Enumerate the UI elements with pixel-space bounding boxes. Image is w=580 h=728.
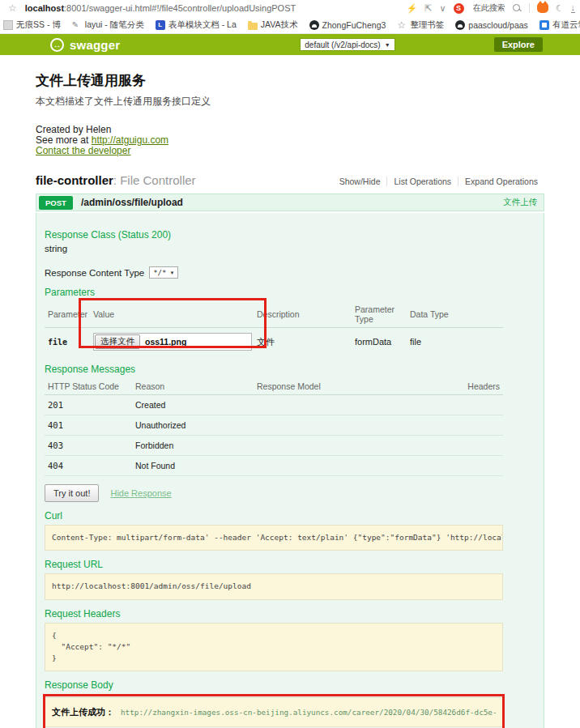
response-class-type: string [45, 244, 503, 253]
request-headers-heading: Request Headers [45, 608, 503, 619]
resource-name[interactable]: file-controller [36, 173, 113, 187]
response-body-code: 文件上传成功： http://zhangxin-images.oss-cn-be… [45, 697, 503, 727]
bookmarks-bar: 无痕SS - 博 ✎layui - 随笔分类 L表单模块文档 - La JAVA… [0, 16, 580, 34]
share-icon[interactable]: ⇱ [424, 3, 432, 14]
response-class-heading: Response Class (Status 200) [45, 229, 503, 241]
parameters-heading: Parameters [45, 287, 503, 298]
resource-description: File Controller [120, 173, 195, 187]
response-message-row: 401 Unauthorized [45, 415, 503, 436]
operation-path[interactable]: /admin/oss/file/upload [81, 197, 183, 208]
operation-heading[interactable]: POST /admin/oss/file/upload 文件上传 [36, 194, 544, 211]
request-url-code: http://localhost:8001/admin/oss/file/upl… [45, 573, 503, 599]
browser-url-bar: ☆ localhost:8001/swagger-ui.html#!/file4… [0, 0, 580, 16]
col-http-status: HTTP Status Code [45, 378, 132, 395]
param-type: formData [352, 328, 407, 356]
response-messages-table: HTTP Status Code Reason Response Model H… [45, 378, 503, 476]
swagger-brand: swagger [70, 38, 120, 52]
created-by: Created by Helen [36, 125, 544, 134]
youdao-note-icon [539, 20, 549, 30]
night-mode-icon[interactable]: ☾ [556, 3, 564, 14]
see-more-link[interactable]: http://atguigu.com [92, 134, 168, 146]
url-path: :8001/swagger-ui.html#!/file45controller… [64, 3, 296, 13]
folder-icon [248, 23, 258, 30]
col-value: Value [90, 301, 254, 328]
page-description: 本文档描述了文件上传通用服务接口定义 [36, 95, 544, 109]
file-input[interactable]: 选择文件 oss11.png [93, 333, 252, 351]
bookmark-item[interactable]: 有道云笔记 [539, 19, 580, 31]
response-messages-heading: Response Messages [45, 364, 503, 375]
select-caret-icon: ▼ [169, 270, 174, 275]
parameters-table: Parameter Value Description Parameter Ty… [45, 301, 503, 355]
bookmark-item[interactable]: JAVA技术 [248, 19, 298, 31]
github-icon [309, 20, 319, 30]
star-icon: ☆ [397, 20, 407, 30]
page-title: 文件上传通用服务 [36, 71, 544, 90]
hide-response-link[interactable]: Hide Response [110, 488, 171, 498]
swagger-logo-icon: ↔ [50, 38, 64, 52]
request-url-heading: Request URL [45, 559, 503, 570]
bookmark-item[interactable]: ☆整理书签 [397, 19, 444, 31]
col-response-model: Response Model [254, 378, 456, 395]
operation-content: Response Class (Status 200) string Respo… [36, 213, 544, 728]
response-message-row: 403 Forbidden [45, 436, 503, 456]
response-message-row: 404 Not Found [45, 456, 503, 476]
param-data-type: file [407, 328, 503, 356]
col-parameter-type: Parameter Type [352, 301, 407, 328]
response-content-type-select[interactable]: */*▼ [149, 266, 178, 279]
request-headers-code: { "Accept": "*/*" } [45, 623, 503, 672]
bookmark-item[interactable]: 无痕SS - 博 [3, 19, 61, 31]
extension-mascot-icon[interactable] [537, 3, 548, 13]
col-reason: Reason [132, 378, 254, 395]
response-content-type-label: Response Content Type [45, 268, 144, 278]
toolbar-divider [529, 3, 530, 13]
resource-header: file-controller : File Controller Show/H… [36, 173, 544, 187]
layui-doc-icon: L [156, 20, 165, 30]
search-engine-icon[interactable]: S [454, 3, 464, 14]
contact-developer-link[interactable]: Contact the developer [36, 145, 130, 156]
operation-summary-link[interactable]: 文件上传 [503, 197, 537, 208]
address-bar[interactable]: localhost:8001/swagger-ui.html#!/file45c… [25, 3, 407, 13]
uploaded-file-url: http://zhangxin-images.oss-cn-beijing.al… [121, 708, 496, 717]
explore-button[interactable]: Explore [494, 37, 543, 52]
url-host: localhost [25, 3, 64, 13]
col-data-type: Data Type [407, 301, 503, 328]
swagger-header: ↔ swagger default (/v2/api-docs)▼ Explor… [0, 34, 580, 55]
response-body-heading: Response Body [45, 679, 503, 691]
api-docs-select[interactable]: default (/v2/api-docs)▼ [300, 38, 394, 51]
http-method-badge: POST [39, 196, 73, 210]
param-description: 文件 [254, 328, 352, 356]
bookmark-star-icon[interactable]: ☆ [8, 2, 17, 14]
bookmark-item[interactable]: L表单模块文档 - La [156, 19, 237, 31]
search-hint[interactable]: 在此搜索 [473, 2, 505, 14]
flash-icon[interactable]: ⚡ [407, 3, 418, 14]
col-parameter: Parameter [45, 301, 90, 328]
try-it-out-button[interactable]: Try it out! [45, 484, 99, 502]
pen-icon: ✎ [72, 20, 82, 30]
download-icon[interactable]: ↓ [571, 4, 576, 13]
page-icon [3, 20, 13, 30]
chevron-down-icon[interactable]: ∨ [440, 3, 446, 14]
chosen-file-name: oss11.png [145, 337, 186, 347]
param-name: file [45, 328, 90, 356]
response-message-row: 201 Created [45, 395, 503, 415]
list-operations-link[interactable]: List Operations [386, 177, 458, 186]
col-headers: Headers [456, 378, 503, 395]
curl-heading: Curl [45, 510, 503, 522]
github-icon [455, 20, 465, 30]
col-description: Description [254, 301, 352, 328]
show-hide-link[interactable]: Show/Hide [333, 177, 387, 186]
bookmark-item[interactable]: ✎layui - 随笔分类 [72, 19, 144, 31]
parameter-row: file 选择文件 oss11.png 文件 formData file [45, 328, 503, 356]
select-caret-icon: ▼ [385, 42, 390, 48]
bookmark-item[interactable]: ZhongFuCheng3 [309, 20, 386, 30]
expand-operations-link[interactable]: Expand Operations [458, 177, 544, 186]
bookmark-item[interactable]: paascloud/paas [455, 20, 528, 30]
see-more: See more at http://atguigu.com [36, 135, 544, 145]
curl-code: Content-Type: multipart/form-data' --hea… [45, 525, 503, 551]
upload-success-text: 文件上传成功： [52, 706, 114, 718]
choose-file-button[interactable]: 选择文件 [95, 334, 140, 349]
search-icon[interactable] [513, 4, 522, 13]
